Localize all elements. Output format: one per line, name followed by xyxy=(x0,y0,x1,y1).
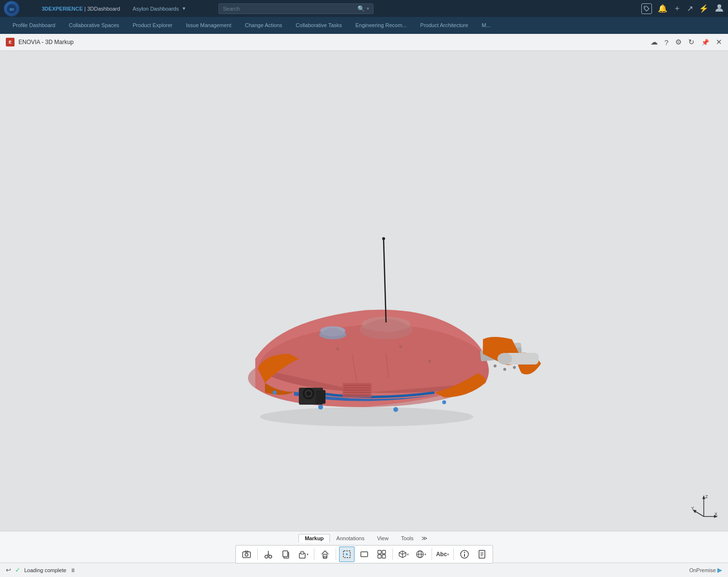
search-bar[interactable]: 🔍 ▾ xyxy=(218,3,373,14)
search-dropdown-arrow[interactable]: ▾ xyxy=(367,6,369,11)
sidebar-item-product-explorer[interactable]: Product Explorer xyxy=(126,17,179,34)
capture-button[interactable] xyxy=(239,547,254,562)
svg-point-2 xyxy=(645,7,646,8)
svg-point-17 xyxy=(494,364,496,367)
svg-rect-24 xyxy=(316,390,325,404)
toolbar-separator-4 xyxy=(392,548,393,560)
workspace-dropdown-arrow[interactable]: ▾ xyxy=(183,5,186,12)
paste-button[interactable]: ▾ xyxy=(295,547,311,562)
globe-button[interactable]: ▾ xyxy=(413,547,429,562)
svg-line-55 xyxy=(268,554,269,556)
svg-rect-58 xyxy=(283,551,288,557)
svg-point-25 xyxy=(318,405,323,410)
text-button[interactable]: Abc ▾ xyxy=(435,547,450,562)
svg-point-64 xyxy=(346,553,348,555)
svg-rect-65 xyxy=(361,552,368,557)
svg-point-19 xyxy=(513,366,516,369)
svg-text:Z: Z xyxy=(705,494,708,499)
svg-rect-49 xyxy=(243,552,250,558)
select-button[interactable] xyxy=(339,547,355,562)
panel-header: E ENOVIA - 3D Markup ☁ ? ⚙ ↻ 📌 ✕ xyxy=(0,34,728,51)
svg-rect-67 xyxy=(382,550,386,554)
info-button[interactable] xyxy=(457,547,472,562)
tab-view[interactable]: View xyxy=(371,534,395,543)
report-button[interactable] xyxy=(474,547,490,562)
svg-rect-68 xyxy=(378,555,381,558)
3d-button[interactable]: ▾ xyxy=(396,547,411,562)
sidebar-item-issue-management[interactable]: Issue Management xyxy=(179,17,238,34)
refresh-button[interactable]: ↻ xyxy=(688,38,695,46)
sidebar-item-product-architecture[interactable]: Product Architecture xyxy=(414,17,475,34)
svg-rect-60 xyxy=(301,551,304,554)
panel-title: ENOVIA - 3D Markup xyxy=(18,39,74,46)
tab-markup[interactable]: Markup xyxy=(298,534,330,543)
user-icon[interactable] xyxy=(714,3,724,15)
sidebar-item-profile-dashboard[interactable]: Profile Dashboard xyxy=(6,17,62,34)
community-icon[interactable]: ⚡ xyxy=(699,4,709,13)
panel-header-actions: ☁ ? ⚙ ↻ 📌 ✕ xyxy=(651,38,722,46)
sidebar-item-more[interactable]: M... xyxy=(475,17,497,34)
svg-point-18 xyxy=(503,368,506,371)
toolbar-tabs: Markup Annotations View Tools ≫ xyxy=(298,533,430,543)
logo-icon: 3D xyxy=(4,1,19,16)
sidebar-item-engineering-recom[interactable]: Engineering Recom... xyxy=(349,17,414,34)
close-button[interactable]: ✕ xyxy=(716,38,722,46)
tags-icon[interactable] xyxy=(641,3,652,14)
toolbar-separator-6 xyxy=(453,548,454,560)
home-button[interactable] xyxy=(317,547,333,562)
on-premise-arrow[interactable]: ▶ xyxy=(717,566,722,574)
sidebar-item-change-actions[interactable]: Change Actions xyxy=(238,17,289,34)
copy-button[interactable] xyxy=(278,547,294,562)
workspace-label: Asylon Dashboards xyxy=(133,6,179,12)
svg-point-4 xyxy=(260,407,473,426)
search-icon: 🔍 xyxy=(357,5,365,12)
toolbar-area: Markup Annotations View Tools ≫ xyxy=(0,531,728,562)
scissors-button[interactable] xyxy=(261,547,276,562)
svg-point-75 xyxy=(464,552,465,553)
svg-point-50 xyxy=(245,553,248,556)
pause-button[interactable]: ⏸ xyxy=(70,567,76,573)
top-bar: 3D 3DEXPERIENCE | 3DDashboard Asylon Das… xyxy=(0,0,728,17)
notification-icon[interactable]: 🔔 xyxy=(658,4,667,13)
add-icon[interactable]: ＋ xyxy=(673,3,681,14)
svg-point-11 xyxy=(382,237,385,240)
tab-tools[interactable]: Tools xyxy=(395,534,420,543)
undo-icon[interactable]: ↩ xyxy=(6,566,11,574)
svg-point-26 xyxy=(393,407,398,412)
rectangle-button[interactable] xyxy=(356,547,372,562)
check-icon: ✓ xyxy=(15,566,20,574)
svg-point-16 xyxy=(497,353,512,364)
toolbar-separator-5 xyxy=(432,548,432,560)
svg-point-23 xyxy=(306,391,311,396)
app-logo[interactable]: 3D xyxy=(4,2,38,15)
svg-text:3D: 3D xyxy=(9,7,14,12)
svg-point-27 xyxy=(442,400,446,404)
svg-text:Y: Y xyxy=(691,506,694,511)
share-icon[interactable]: ↗ xyxy=(687,4,693,13)
svg-rect-69 xyxy=(382,555,386,558)
svg-rect-66 xyxy=(378,550,381,554)
toolbar-buttons: ▾ ▾ ▾ Abc xyxy=(235,545,493,563)
svg-rect-62 xyxy=(324,556,326,558)
settings-button[interactable]: ⚙ xyxy=(675,38,682,46)
svg-point-39 xyxy=(428,360,431,363)
help-button[interactable]: ? xyxy=(665,38,668,46)
status-bar: ↩ ✓ Loading complete ⏸ OnPremise ▶ xyxy=(0,562,728,577)
svg-point-3 xyxy=(717,4,721,8)
sidebar-item-collaborative-spaces[interactable]: Collaborative Spaces xyxy=(62,17,126,34)
3d-viewport[interactable]: Z X Y xyxy=(0,51,728,531)
sidebar-item-collaborative-tasks[interactable]: Collaborative Tasks xyxy=(289,17,349,34)
grid-button[interactable] xyxy=(374,547,389,562)
pin-button[interactable]: 📌 xyxy=(701,39,709,46)
cloud-button[interactable]: ☁ xyxy=(651,38,658,46)
tab-annotations[interactable]: Annotations xyxy=(330,534,371,543)
toolbar-separator-2 xyxy=(314,548,314,560)
3d-model xyxy=(183,146,546,436)
svg-text:X: X xyxy=(714,512,717,516)
toolbar-expand-button[interactable]: ≫ xyxy=(420,533,430,543)
svg-point-37 xyxy=(336,348,339,350)
search-input[interactable] xyxy=(223,6,356,12)
svg-point-28 xyxy=(273,391,277,395)
nav-bar: Profile Dashboard Collaborative Spaces P… xyxy=(0,17,728,34)
app-title: 3DEXPERIENCE | 3DDashboard xyxy=(42,6,120,12)
